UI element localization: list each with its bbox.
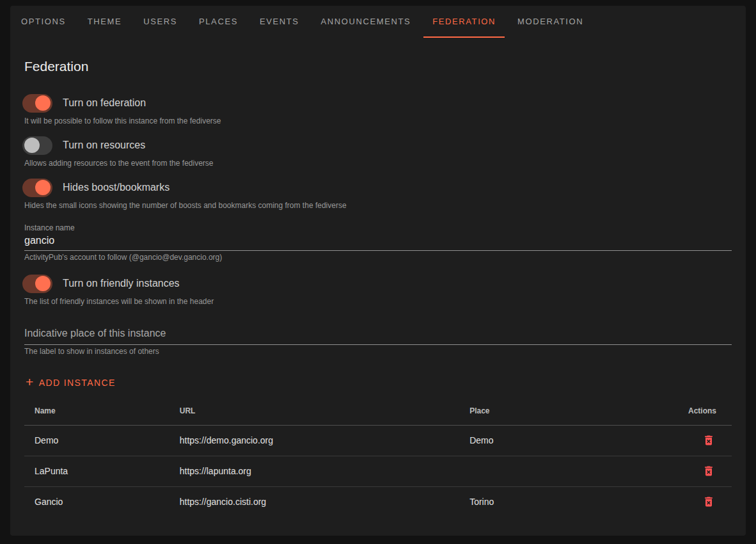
tab-places[interactable]: PLACES — [190, 6, 247, 38]
tab-options[interactable]: OPTIONS — [12, 6, 75, 38]
delete-instance-button[interactable] — [701, 494, 716, 509]
table-row: Gancio https://gancio.cisti.org Torino — [24, 486, 732, 517]
toggle-thumb — [35, 180, 51, 195]
table-row: LaPunta https://lapunta.org — [24, 456, 732, 486]
page-title: Federation — [24, 59, 732, 74]
hide-boost-toggle-hint: Hides the small icons showing the number… — [24, 201, 732, 210]
cell-instance-place: Torino — [459, 486, 661, 517]
trash-x-icon — [702, 495, 715, 508]
cell-instance-url: https://gancio.cisti.org — [169, 486, 459, 517]
table-header-row: Name URL Place Actions — [24, 397, 732, 425]
setting-turn-on-federation: Turn on federation It will be possible t… — [24, 93, 732, 125]
instance-name-label: Instance name — [24, 223, 732, 233]
column-header-actions: Actions — [661, 397, 732, 425]
friendly-instances-toggle-label[interactable]: Turn on friendly instances — [63, 278, 180, 289]
resources-toggle-label[interactable]: Turn on resources — [63, 140, 145, 151]
column-header-place: Place — [459, 397, 661, 425]
add-instance-label: ADD INSTANCE — [39, 378, 116, 388]
instance-place-input[interactable] — [24, 328, 732, 345]
hide-boost-toggle-label[interactable]: Hides boost/bookmarks — [63, 182, 169, 193]
toggle-thumb — [35, 95, 51, 111]
federation-toggle-hint: It will be possible to follow this insta… — [24, 116, 732, 125]
instance-place-hint: The label to show in instances of others — [24, 347, 159, 356]
cell-instance-name: LaPunta — [24, 456, 169, 486]
trash-x-icon — [702, 465, 715, 477]
friendly-instances-table: Name URL Place Actions Demo https://demo… — [24, 397, 732, 517]
admin-tab-bar: OPTIONS THEME USERS PLACES EVENTS ANNOUN… — [10, 6, 746, 38]
tab-announcements[interactable]: ANNOUNCEMENTS — [312, 6, 420, 38]
friendly-instances-toggle-hint: The list of friendly instances will be s… — [24, 297, 732, 306]
cell-instance-name: Demo — [24, 425, 169, 456]
cell-instance-name: Gancio — [24, 486, 169, 517]
delete-instance-button[interactable] — [701, 463, 716, 479]
delete-instance-button[interactable] — [701, 433, 716, 448]
toggle-thumb — [35, 276, 51, 291]
column-header-url: URL — [169, 397, 459, 425]
resources-toggle-hint: Allows adding resources to the event fro… — [24, 159, 732, 168]
admin-settings-card: OPTIONS THEME USERS PLACES EVENTS ANNOUN… — [10, 6, 746, 536]
federation-settings-panel: Federation Turn on federation It will be… — [10, 59, 746, 517]
plus-icon: + — [26, 375, 35, 388]
resources-toggle[interactable] — [22, 136, 52, 155]
toggle-thumb — [24, 138, 40, 153]
hide-boost-toggle[interactable] — [22, 179, 52, 197]
instance-name-field: Instance name ActivityPub's account to f… — [24, 223, 732, 262]
setting-turn-on-resources: Turn on resources Allows adding resource… — [24, 136, 732, 168]
instance-name-input[interactable] — [24, 233, 732, 251]
tab-theme[interactable]: THEME — [79, 6, 131, 38]
column-header-name: Name — [24, 397, 169, 425]
cell-instance-place — [459, 456, 661, 486]
cell-instance-url: https://demo.gancio.org — [169, 425, 459, 456]
setting-hides-boost-bookmarks: Hides boost/bookmarks Hides the small ic… — [24, 178, 732, 210]
tab-federation[interactable]: FEDERATION — [423, 6, 505, 38]
friendly-instances-toggle[interactable] — [22, 275, 52, 293]
table-row: Demo https://demo.gancio.org Demo — [24, 425, 732, 456]
tab-events[interactable]: EVENTS — [251, 6, 308, 38]
setting-friendly-instances: Turn on friendly instances The list of f… — [24, 274, 732, 306]
instance-name-hint: ActivityPub's account to follow (@gancio… — [24, 253, 222, 262]
add-instance-button[interactable]: + ADD INSTANCE — [24, 373, 120, 392]
instance-place-field: The label to show in instances of others — [24, 328, 732, 356]
federation-toggle[interactable] — [22, 94, 52, 113]
cell-instance-url: https://lapunta.org — [169, 456, 459, 486]
cell-instance-place: Demo — [459, 425, 661, 456]
tab-moderation[interactable]: MODERATION — [508, 6, 592, 38]
federation-toggle-label[interactable]: Turn on federation — [63, 97, 146, 109]
tab-users[interactable]: USERS — [134, 6, 186, 38]
trash-x-icon — [702, 434, 715, 447]
